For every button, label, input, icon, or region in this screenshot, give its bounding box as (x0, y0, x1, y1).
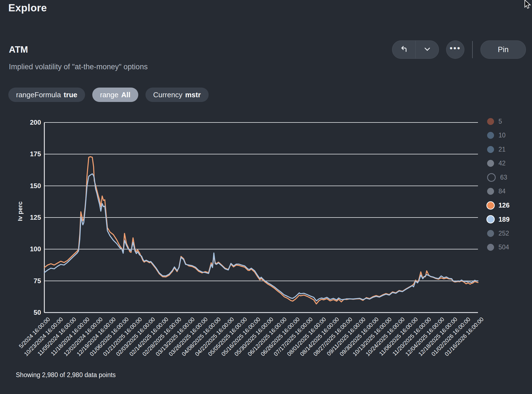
legend-item-252[interactable]: 252 (487, 228, 510, 239)
legend-label: 21 (498, 146, 506, 153)
legend-dot-icon (487, 202, 494, 209)
legend-dot-icon (487, 230, 494, 237)
legend-item-21[interactable]: 21 (487, 144, 510, 155)
legend-dot-icon (487, 132, 494, 139)
y-tick-label: 50 (11, 309, 41, 316)
legend-dot-icon (487, 160, 494, 167)
legend-item-63[interactable]: 63 (487, 172, 510, 183)
y-tick-label: 125 (11, 214, 41, 221)
legend-label: 5 (498, 118, 502, 125)
legend-item-84[interactable]: 84 (487, 186, 510, 197)
series-line-126 (44, 157, 478, 304)
y-tick-label: 75 (11, 277, 41, 285)
legend-dot-icon (487, 118, 494, 125)
legend-item-5[interactable]: 5 (487, 116, 510, 127)
legend-label: 504 (498, 244, 509, 251)
legend-label: 126 (498, 201, 510, 209)
legend-label: 42 (498, 160, 506, 167)
chart-legend: 51021426384126189252504 (487, 116, 510, 256)
legend-item-189[interactable]: 189 (487, 214, 510, 225)
legend-dot-icon (487, 244, 494, 251)
legend-label: 252 (498, 230, 509, 237)
legend-dot-icon (487, 173, 496, 182)
legend-item-126[interactable]: 126 (487, 200, 510, 211)
legend-label: 189 (498, 216, 510, 223)
legend-item-42[interactable]: 42 (487, 158, 510, 169)
y-tick-label: 200 (11, 119, 41, 126)
y-tick-label: 175 (11, 150, 41, 158)
series-line-189 (44, 174, 478, 301)
y-tick-label: 150 (11, 182, 41, 190)
legend-label: 63 (500, 174, 507, 181)
legend-item-10[interactable]: 10 (487, 130, 510, 141)
legend-label: 84 (498, 188, 506, 195)
legend-dot-icon (487, 188, 494, 195)
legend-label: 10 (498, 132, 506, 139)
legend-dot-icon (487, 146, 494, 153)
legend-item-504[interactable]: 504 (487, 242, 510, 253)
legend-dot-icon (487, 216, 494, 223)
y-tick-label: 100 (11, 245, 41, 253)
mouse-cursor (523, 0, 532, 11)
status-text: Showing 2,980 of 2,980 data points (16, 371, 116, 379)
